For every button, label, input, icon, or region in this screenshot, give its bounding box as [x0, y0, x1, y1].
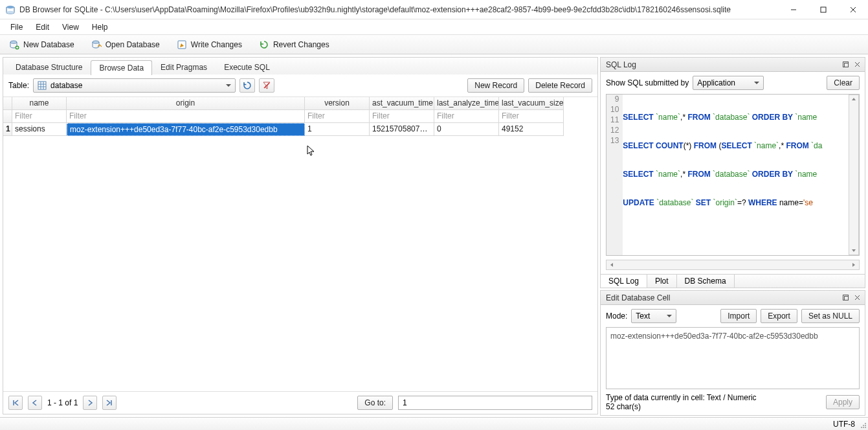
col-header-origin[interactable]: origin	[67, 97, 305, 110]
new-database-button[interactable]: New Database	[5, 38, 78, 51]
menu-edit[interactable]: Edit	[29, 21, 56, 34]
left-pane: Database Structure Browse Data Edit Prag…	[3, 57, 598, 414]
sql-log-panel: SQL Log Show SQL submitted by Applicatio…	[600, 57, 865, 288]
open-database-button[interactable]: Open Database	[87, 38, 164, 51]
mode-select[interactable]: Text	[631, 309, 676, 323]
sql-vscrollbar[interactable]	[849, 95, 859, 255]
toolbar: New Database Open Database Write Changes…	[0, 35, 868, 54]
close-button[interactable]	[838, 0, 868, 19]
maximize-button[interactable]	[808, 0, 838, 19]
status-encoding: UTF-8	[833, 420, 855, 429]
revert-changes-button[interactable]: Revert Changes	[255, 38, 333, 51]
export-button[interactable]: Export	[761, 309, 797, 323]
sql-code[interactable]: SELECT `name`,* FROM `database` ORDER BY…	[623, 95, 849, 255]
sql-log-close-button[interactable]	[852, 60, 862, 70]
cell-name[interactable]: sessions	[12, 123, 67, 136]
prev-page-button[interactable]	[28, 396, 42, 410]
subtab-sql-log[interactable]: SQL Log	[601, 275, 647, 288]
new-database-label: New Database	[23, 40, 74, 49]
col-header-version[interactable]: version	[305, 97, 370, 110]
first-page-button[interactable]	[8, 396, 23, 410]
goto-input[interactable]	[398, 396, 592, 410]
delete-record-button[interactable]: Delete Record	[528, 78, 592, 93]
subtab-db-schema[interactable]: DB Schema	[677, 275, 735, 288]
cell-last-vacuum-size[interactable]: 49152	[499, 123, 564, 136]
svg-rect-18	[843, 62, 848, 67]
table-row[interactable]: 1 sessions moz-extension+++de50ed3a-7f77…	[3, 123, 597, 136]
cell-last-analyze-time[interactable]: 0	[434, 123, 499, 136]
cell-version[interactable]: 1	[305, 123, 370, 136]
col-header-ast-vacuum-time[interactable]: ast_vacuum_time	[370, 97, 434, 110]
col-header-last-analyze-time[interactable]: last_analyze_time	[434, 97, 499, 110]
sql-log-text[interactable]: 9 10 11 12 13 SELECT `name`,* FROM `data…	[606, 94, 860, 256]
tab-browse-data[interactable]: Browse Data	[91, 60, 152, 75]
svg-rect-23	[844, 297, 848, 300]
svg-point-0	[6, 5, 14, 8]
write-changes-icon	[177, 40, 187, 50]
refresh-button[interactable]	[239, 78, 255, 93]
filter-last-analyze-time[interactable]	[437, 111, 496, 120]
sql-log-source-select[interactable]: Application	[693, 76, 764, 90]
cell-ast-vacuum-time[interactable]: 15215705807…	[370, 123, 434, 136]
goto-button[interactable]: Go to:	[357, 396, 393, 410]
filter-version[interactable]	[307, 111, 366, 120]
sql-log-title: SQL Log	[606, 60, 839, 69]
write-changes-button[interactable]: Write Changes	[173, 38, 246, 51]
table-label: Table:	[8, 81, 29, 90]
main-tabs: Database Structure Browse Data Edit Prag…	[3, 58, 597, 74]
filter-ast-vacuum-time[interactable]	[372, 111, 431, 120]
svg-point-31	[865, 427, 866, 428]
sql-hscrollbar[interactable]	[606, 260, 860, 270]
refresh-icon	[243, 81, 252, 90]
app-icon	[5, 5, 16, 15]
cell-type-info: Type of data currently in cell: Text / N…	[606, 393, 757, 402]
svg-rect-19	[844, 63, 848, 67]
gutter-line: 9	[610, 95, 619, 105]
revert-changes-icon	[259, 40, 269, 50]
mode-value: Text	[636, 311, 650, 321]
subtab-plot[interactable]: Plot	[647, 275, 677, 288]
edit-cell-undock-button[interactable]	[840, 293, 851, 303]
filter-name[interactable]	[15, 111, 63, 120]
resize-grip-icon[interactable]	[859, 421, 867, 429]
menu-view[interactable]: View	[56, 21, 85, 34]
cell-editor[interactable]: moz-extension+++de50ed3a-7f77-40bc-af2e-…	[606, 327, 860, 389]
tab-edit-pragmas[interactable]: Edit Pragmas	[152, 60, 216, 74]
menu-help[interactable]: Help	[85, 21, 115, 34]
svg-point-33	[865, 425, 866, 426]
apply-button[interactable]: Apply	[826, 395, 860, 409]
next-page-button[interactable]	[83, 396, 97, 410]
sql-log-clear-button[interactable]: Clear	[827, 76, 860, 90]
edit-cell-panel: Edit Database Cell Mode: Text Import Exp…	[600, 290, 865, 416]
sql-log-source-value: Application	[697, 78, 735, 87]
row-number[interactable]: 1	[3, 123, 12, 136]
menu-file[interactable]: File	[4, 21, 29, 34]
cell-origin[interactable]: moz-extension+++de50ed3a-7f77-40bc-af2e-…	[67, 123, 305, 136]
col-header-name[interactable]: name	[12, 97, 67, 110]
sql-log-undock-button[interactable]	[840, 60, 851, 70]
minimize-button[interactable]	[779, 0, 808, 19]
write-changes-label: Write Changes	[191, 40, 242, 49]
table-select[interactable]: database	[33, 78, 236, 93]
tab-execute-sql[interactable]: Execute SQL	[216, 60, 278, 74]
open-database-icon	[91, 40, 102, 50]
tab-database-structure[interactable]: Database Structure	[7, 60, 91, 74]
edit-cell-close-button[interactable]	[852, 293, 862, 303]
col-header-last-vacuum-size[interactable]: last_vacuum_size	[499, 97, 564, 110]
gutter-line: 12	[610, 126, 619, 136]
pager: 1 - 1 of 1 Go to:	[3, 391, 597, 414]
table-icon	[38, 81, 47, 90]
last-page-button[interactable]	[102, 396, 117, 410]
filter-origin[interactable]	[69, 111, 302, 120]
gutter-line: 11	[610, 115, 619, 126]
svg-rect-22	[843, 295, 848, 300]
clear-filters-button[interactable]	[259, 78, 274, 93]
import-button[interactable]: Import	[720, 309, 757, 323]
svg-point-1	[6, 10, 14, 13]
filter-last-vacuum-size[interactable]	[502, 111, 561, 120]
open-database-label: Open Database	[106, 40, 160, 49]
set-null-button[interactable]: Set as NULL	[801, 309, 860, 323]
gutter-line: 13	[610, 136, 619, 146]
new-record-button[interactable]: New Record	[467, 78, 524, 93]
datagrid[interactable]: name origin version ast_vacuum_time last…	[3, 96, 597, 391]
